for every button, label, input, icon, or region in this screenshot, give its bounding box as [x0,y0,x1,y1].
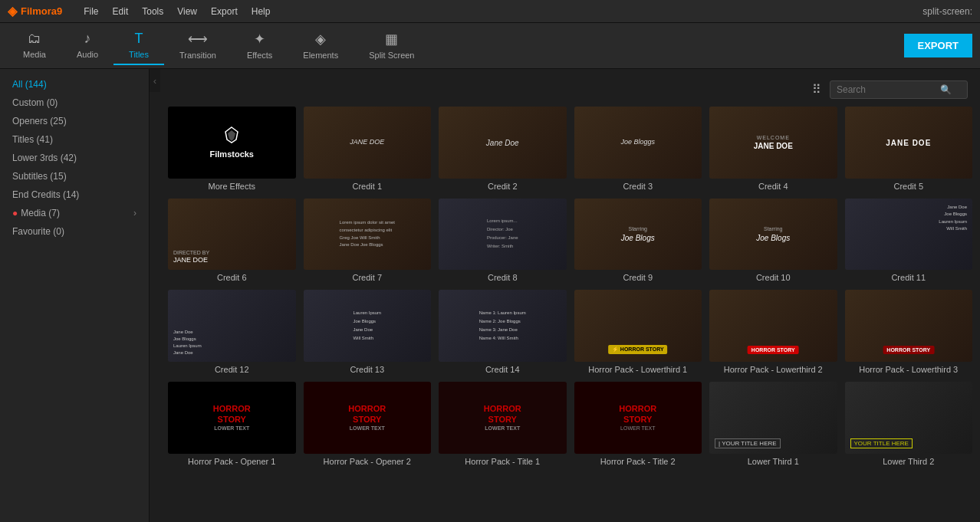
split-screen-label: split-screen: [922,6,972,17]
credit9-thumb: Starring Joe Blogs [574,199,702,271]
credit2-thumb: Jane Doe [439,107,567,179]
horror-opener2-label: Horror Pack - Opener 2 [304,457,432,466]
grid-item-credit11[interactable]: Jane Doe Joe Bloggs Lauren Ipsum Will Sm… [845,199,973,283]
tool-elements[interactable]: ◈ Elements [288,26,354,66]
grid-item-credit13[interactable]: Lauren Ipsum Joe Bloggs Jane Doe Will Sm… [304,290,432,374]
credit7-thumb: Lorem ipsum dolor sit amet consectetur a… [304,199,432,271]
sidebar-item-custom[interactable]: Custom (0) [0,94,149,112]
sidebar-item-media[interactable]: ●Media (7) › [0,204,149,222]
app-logo: ◈ Filmora9 [8,4,62,18]
grid-item-horror-title2[interactable]: HORROR STORY LOWER TEXT Horror Pack - Ti… [574,382,702,466]
grid-item-credit9[interactable]: Starring Joe Blogs Credit 9 [574,199,702,283]
horror-title2-thumb: HORROR STORY LOWER TEXT [574,382,702,454]
tool-split-screen[interactable]: ▦ Split Screen [354,26,429,66]
grid-item-more-effects[interactable]: Filmstocks More Effects [168,107,296,191]
credit2-text: Jane Doe [485,136,521,149]
sidebar-item-titles[interactable]: Titles (41) [0,130,149,149]
grid-item-horror-lower1[interactable]: ⚡ HORROR STORY Horror Pack - Lowerthird … [574,290,702,374]
media-chevron: › [133,208,136,218]
sidebar-item-endcredits[interactable]: End Credits (14) [0,185,149,204]
horror-lower3-thumb: HORROR STORY [845,290,973,362]
tool-audio[interactable]: ♪ Audio [61,26,113,65]
horror-opener2-text: HORROR STORY LOWER TEXT [347,402,387,434]
horror-title1-thumb: HORROR STORY LOWER TEXT [439,382,567,454]
horror-title1-label: Horror Pack - Title 1 [439,457,567,466]
sidebar-item-openers[interactable]: Openers (25) [0,112,149,130]
credit12-thumb: Jane Doe Joe Bloggs Lauren Ipsum Jane Do… [168,290,296,362]
grid-item-credit7[interactable]: Lorem ipsum dolor sit amet consectetur a… [304,199,432,283]
menu-help[interactable]: Help [245,3,277,20]
grid-item-credit6[interactable]: DIRECTED BY JANE DOE Credit 6 [168,199,296,283]
horror-badge3: HORROR STORY [883,346,934,354]
menu-file[interactable]: File [77,3,104,20]
menu-view[interactable]: View [171,3,203,20]
credit3-label: Credit 3 [574,182,702,191]
split-screen-icon: ▦ [385,31,398,48]
filmstocks-logo-icon [221,126,242,147]
media-icon: 🗂 [28,31,41,47]
tool-media[interactable]: 🗂 Media [8,26,61,65]
transition-icon: ⟷ [188,31,208,48]
tool-transition[interactable]: ⟷ Transition [164,26,232,66]
horror-opener2-thumb: HORROR STORY LOWER TEXT [304,382,432,454]
svg-marker-1 [228,130,235,141]
grid-item-credit1[interactable]: JANE DOE Credit 1 [304,107,432,191]
tool-effects[interactable]: ✦ Effects [232,26,288,66]
credit4-label: Credit 4 [709,182,837,191]
filmstocks-text: Filmstocks [210,149,254,159]
credit6-text: DIRECTED BY JANE DOE [172,248,211,267]
horror-lower2-label: Horror Pack - Lowerthird 2 [709,365,837,374]
menu-edit[interactable]: Edit [107,3,135,20]
horror-badge1: ⚡ HORROR STORY [608,345,668,354]
grid-item-credit4[interactable]: WELCOME JANE DOE Credit 4 [709,107,837,191]
credit7-label: Credit 7 [304,273,432,282]
tool-effects-label: Effects [247,51,272,60]
content-area: ⠿ 🔍 Filmstocks More Effect [160,69,980,522]
credit10-text: Starring Joe Blogs [755,224,791,244]
grid-item-lower-third1[interactable]: | YOUR TITLE HERE Lower Third 1 [709,382,837,466]
credit4-text: WELCOME JANE DOE [752,133,794,153]
credit11-thumb: Jane Doe Joe Bloggs Lauren Ipsum Will Sm… [845,199,973,271]
effects-icon: ✦ [254,31,265,48]
tool-media-label: Media [23,50,46,59]
grid-item-credit14[interactable]: Name 1: Lauren Ipsum Name 2: Joe Bloggs … [439,290,567,374]
lower-third2-label: Lower Third 2 [845,457,973,466]
elements-icon: ◈ [315,31,326,48]
credit10-label: Credit 10 [709,273,837,282]
credit5-thumb: JANE DOE [845,107,973,179]
sidebar-item-favourite[interactable]: Favourite (0) [0,222,149,241]
grid-item-credit12[interactable]: Jane Doe Joe Bloggs Lauren Ipsum Jane Do… [168,290,296,374]
menu-export[interactable]: Export [205,3,244,20]
grid-item-credit2[interactable]: Jane Doe Credit 2 [439,107,567,191]
sidebar-collapse-button[interactable]: ‹ [150,69,160,92]
grid-item-credit5[interactable]: JANE DOE Credit 5 [845,107,973,191]
grid-item-credit8[interactable]: Lorem ipsum... Director: Joe Producer: J… [439,199,567,283]
menu-tools[interactable]: Tools [136,3,169,20]
grid-item-horror-lower3[interactable]: HORROR STORY Horror Pack - Lowerthird 3 [845,290,973,374]
main-area: All (144) Custom (0) Openers (25) Titles… [0,69,980,522]
tool-split-screen-label: Split Screen [369,51,414,60]
credit9-label: Credit 9 [574,273,702,282]
credit14-label: Credit 14 [439,365,567,374]
sidebar-item-subtitles[interactable]: Subtitles (15) [0,167,149,185]
horror-lower1-thumb: ⚡ HORROR STORY [574,290,702,362]
credit9-text: Starring Joe Blogs [620,224,656,244]
credit11-text: Jane Doe Joe Bloggs Lauren Ipsum Will Sm… [937,202,968,235]
grid-item-credit10[interactable]: Starring Joe Blogs Credit 10 [709,199,837,283]
sidebar-item-lower3rds[interactable]: Lower 3rds (42) [0,149,149,167]
grid-item-credit3[interactable]: Joe Bloggs Credit 3 [574,107,702,191]
export-button[interactable]: EXPORT [904,34,972,57]
sidebar-item-all[interactable]: All (144) [0,75,149,94]
grid-item-lower-third2[interactable]: YOUR TITLE HERE Lower Third 2 [845,382,973,466]
horror-lower3-label: Horror Pack - Lowerthird 3 [845,365,973,374]
search-input[interactable] [837,84,936,95]
tool-titles[interactable]: T Titles [113,26,164,65]
credit13-label: Credit 13 [304,365,432,374]
grid-item-horror-opener1[interactable]: HORROR STORY LOWER TEXT Horror Pack - Op… [168,382,296,466]
search-box: 🔍 [830,80,968,99]
grid-item-horror-lower2[interactable]: HORROR STORY Horror Pack - Lowerthird 2 [709,290,837,374]
more-effects-label: More Effects [168,182,296,191]
grid-item-horror-title1[interactable]: HORROR STORY LOWER TEXT Horror Pack - Ti… [439,382,567,466]
grid-item-horror-opener2[interactable]: HORROR STORY LOWER TEXT Horror Pack - Op… [304,382,432,466]
grid-view-button[interactable]: ⠿ [810,80,824,99]
